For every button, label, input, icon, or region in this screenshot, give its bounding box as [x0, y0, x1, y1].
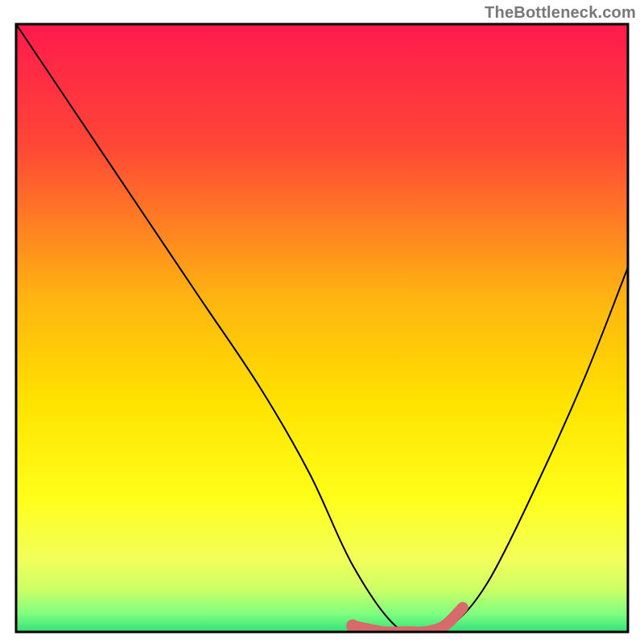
bottleneck-chart — [0, 0, 644, 644]
sweet-spot-dot — [346, 619, 359, 632]
gradient-background — [16, 24, 628, 632]
plot-area — [16, 24, 628, 634]
chart-container: TheBottleneck.com — [0, 0, 644, 644]
